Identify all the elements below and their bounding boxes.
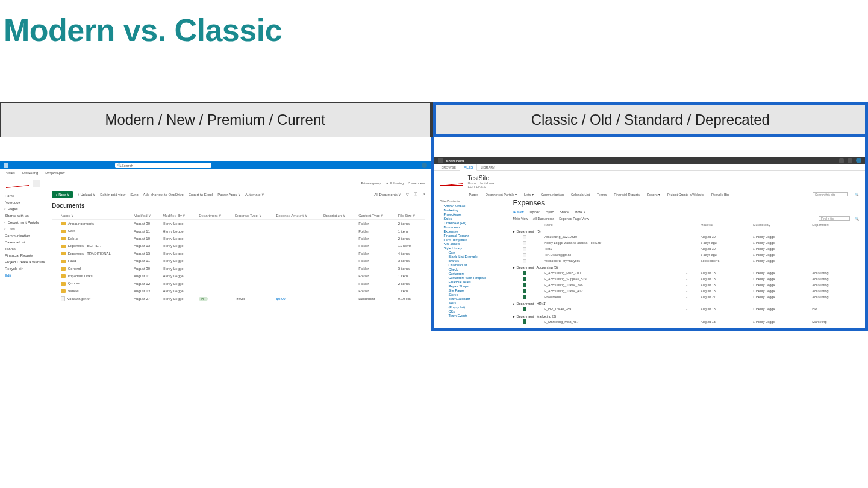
tree-node[interactable]: Documents — [440, 225, 510, 229]
tree-node[interactable]: CalendarList — [440, 263, 510, 267]
tree-node[interactable]: Repair Shops — [440, 284, 510, 288]
table-row[interactable]: General August 30 Henry Legge Folder 3 i… — [52, 265, 425, 272]
upload-button[interactable]: Upload — [530, 210, 540, 214]
topnav-item[interactable]: Recycle Bin — [711, 193, 729, 196]
topnav-item[interactable]: Teams — [597, 193, 607, 196]
find-file-input[interactable]: Find a file — [819, 216, 850, 221]
nav-item[interactable]: Pages — [5, 205, 47, 212]
table-row[interactable]: E_Accounting_Supplies_519···August 13□ H… — [513, 276, 860, 282]
tree-node[interactable]: Site Assets — [440, 242, 510, 246]
table-row[interactable]: Expenses - BETTER August 13 Henry Legge … — [52, 242, 425, 249]
hub-nav-item[interactable]: Sales — [6, 171, 15, 175]
ribbon-tab[interactable]: FILES — [460, 164, 477, 171]
topnav-item[interactable]: Pages — [469, 193, 479, 196]
tree-node[interactable]: Expenses — [440, 229, 510, 233]
help-icon[interactable] — [848, 158, 852, 163]
settings-icon[interactable] — [839, 158, 844, 163]
table-row[interactable]: Accounting_20210830···August 30□ Henry L… — [513, 234, 860, 240]
tree-node[interactable]: Customers from Template — [440, 275, 510, 280]
column-header[interactable]: Name — [542, 222, 684, 228]
view-tab[interactable]: All Documents — [533, 217, 554, 221]
column-header[interactable]: Content Type ∨ — [356, 211, 395, 220]
tree-node[interactable]: Cars — [440, 250, 510, 254]
column-header[interactable]: Name ∨ — [58, 211, 131, 220]
nav-item[interactable]: Financial Reports — [5, 252, 47, 258]
sync-button[interactable]: Sync — [130, 193, 138, 196]
topnav-item[interactable]: Financial Reports — [614, 193, 640, 196]
nav-item[interactable]: Notebook — [5, 199, 47, 205]
ribbon-tab[interactable]: BROWSE — [438, 164, 460, 170]
nav-item[interactable]: Home — [5, 192, 47, 199]
tree-node[interactable]: Customers — [440, 271, 510, 275]
column-header[interactable]: Modified By ∨ — [160, 211, 196, 220]
group-header[interactable]: Department : Marketing (2) — [513, 313, 860, 319]
tree-node[interactable]: Check — [440, 267, 510, 271]
nav-item[interactable]: CalendarList — [5, 239, 47, 245]
tree-node[interactable]: Financial Years — [440, 280, 510, 284]
tree-node[interactable]: ProjectApex — [440, 212, 510, 216]
column-header[interactable]: Description ∨ — [321, 211, 356, 220]
topnav-item[interactable]: Department Portals ▾ — [486, 193, 517, 196]
tree-node[interactable]: Style Library — [440, 246, 510, 250]
table-row[interactable]: E_Accounting_Travel_296···August 13□ Hen… — [513, 282, 860, 288]
table-row[interactable]: Videos August 13 Henry Legge Folder 1 it… — [52, 287, 425, 295]
info-icon[interactable]: ⓘ — [414, 192, 417, 197]
sync-button[interactable]: Sync — [546, 210, 554, 214]
tree-node[interactable]: Brands — [440, 258, 510, 263]
tree-node[interactable]: Financial Reports — [440, 233, 510, 237]
topnav-item[interactable]: CalendarList — [571, 193, 590, 196]
column-header[interactable]: Department — [810, 222, 859, 228]
nav-item[interactable]: Shared with us — [5, 212, 47, 219]
tree-node[interactable]: Form Templates — [440, 237, 510, 242]
table-row[interactable]: Announcements August 30 Henry Legge Fold… — [52, 220, 425, 228]
nav-item[interactable]: Recycle bin — [5, 265, 47, 272]
nav-item[interactable]: Communication — [5, 232, 47, 239]
group-header[interactable]: Department : HR (1) — [513, 300, 860, 306]
search-icon[interactable]: 🔍 — [855, 193, 859, 196]
view-tab[interactable]: Main View — [513, 217, 528, 221]
column-header[interactable] — [521, 222, 542, 228]
tree-node[interactable]: (Empty list) — [440, 305, 510, 309]
shortcut-button[interactable]: Add shortcut to OneDrive — [143, 193, 184, 196]
export-excel-button[interactable]: Export to Excel — [189, 193, 213, 196]
table-row[interactable]: Welcome to MyAnalytics···September 6□ He… — [513, 258, 860, 264]
table-row[interactable]: Teri.Didion@gmail···5 days ago□ Henry Le… — [513, 252, 860, 258]
tree-node[interactable]: Site Pages — [440, 288, 510, 292]
topnav-item[interactable]: Communication — [541, 193, 564, 196]
column-header[interactable] — [684, 222, 699, 228]
share-button[interactable]: Share — [560, 210, 569, 214]
table-row[interactable]: Debug August 10 Henry Legge Folder 2 ite… — [52, 235, 425, 242]
edit-grid-button[interactable]: Edit in grid view — [100, 193, 125, 196]
table-row[interactable]: Volkswagen.tff August 27 Henry Legge HR … — [52, 295, 425, 303]
powerapps-button[interactable]: Power Apps ∨ — [217, 192, 240, 196]
tree-node[interactable]: Sales — [440, 216, 510, 221]
tree-node[interactable]: Timesheet (Pn) — [440, 221, 510, 225]
avatar[interactable] — [856, 158, 861, 163]
new-button[interactable]: + New ∨ — [52, 191, 73, 198]
members-count[interactable]: 3 members — [408, 181, 425, 185]
topnav-item[interactable]: Lists ▾ — [524, 193, 534, 196]
new-button[interactable]: New — [513, 210, 524, 214]
automate-button[interactable]: Automate ∨ — [245, 192, 264, 196]
view-tab[interactable]: Expense Page View — [559, 217, 589, 221]
app-launcher-icon[interactable] — [438, 158, 443, 163]
filter-icon[interactable]: ▽ — [406, 192, 409, 196]
table-row[interactable]: E_Accounting_Travel_412···August 13□ Hen… — [513, 288, 860, 294]
table-row[interactable]: Cars August 11 Henry Legge Folder 1 item — [52, 227, 425, 234]
topnav-item[interactable]: Recent ▾ — [647, 193, 660, 196]
nav-item[interactable]: Project Create a Website — [5, 258, 47, 265]
table-row[interactable]: Quotes August 12 Henry Legge Folder 2 it… — [52, 280, 425, 287]
column-header[interactable]: Modified — [699, 222, 751, 228]
column-header[interactable]: Modified By — [751, 222, 810, 228]
nav-item[interactable]: Edit — [5, 272, 47, 278]
group-header[interactable]: Department : Accounting (5) — [513, 264, 860, 270]
table-row[interactable]: Henry Legge wants to access 'TestSite'··… — [513, 240, 860, 246]
search-input[interactable]: Search this site — [813, 192, 848, 196]
tree-node[interactable]: Marketing — [440, 208, 510, 212]
table-row[interactable]: E_Accounting_Misc_700···August 13□ Henry… — [513, 270, 860, 276]
table-row[interactable]: Food August 11 Henry Legge Folder 3 item… — [52, 257, 425, 264]
avatar[interactable] — [422, 163, 427, 168]
edit-links[interactable]: EDIT LINKS — [468, 185, 486, 189]
column-header[interactable] — [52, 211, 58, 220]
more-button[interactable]: More ∨ — [575, 210, 585, 214]
